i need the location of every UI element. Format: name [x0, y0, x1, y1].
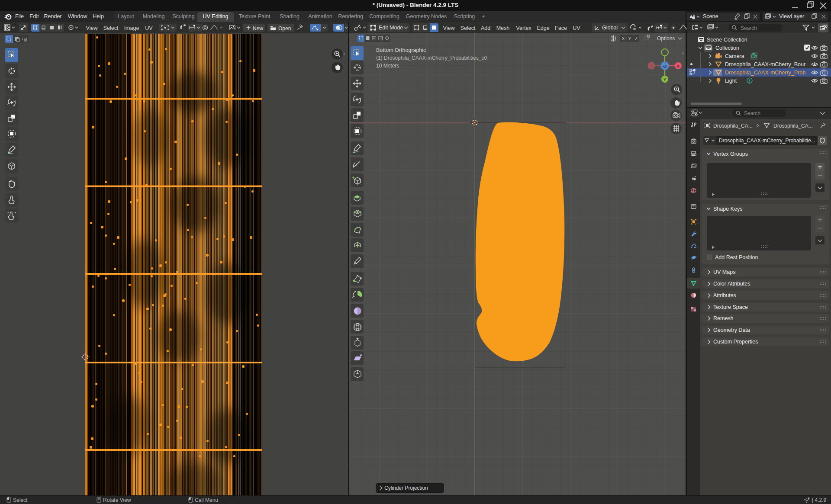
svg-text:Y: Y [664, 77, 666, 82]
svg-text:-Z: -Z [663, 64, 667, 68]
svg-text:X: X [677, 64, 680, 68]
